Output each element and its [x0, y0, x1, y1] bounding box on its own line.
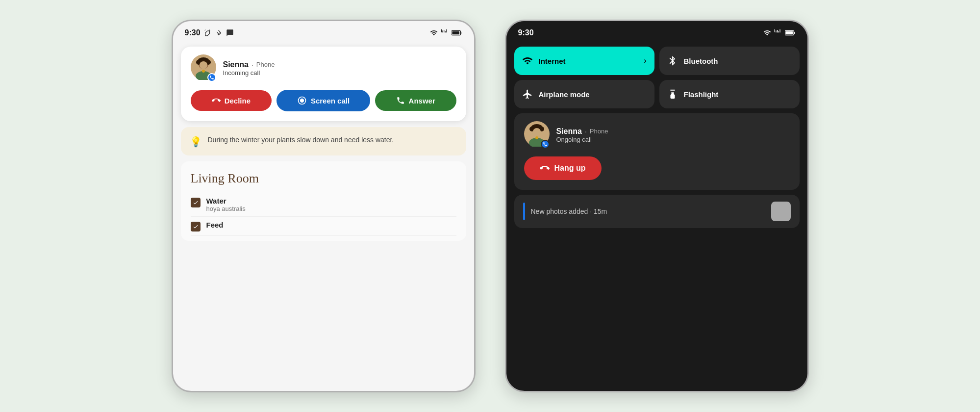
quick-tiles: Internet › Bluetooth Airplane mode Flash… — [514, 47, 800, 108]
task-text-water: Water hoya australis — [206, 197, 246, 212]
screen-call-icon — [297, 96, 307, 105]
tip-text: During the winter your plants slow down … — [208, 135, 394, 145]
status-bar-light: 9:30 — [173, 21, 474, 43]
ongoing-caller-source: Phone — [590, 128, 608, 135]
checkbox-water[interactable] — [191, 198, 201, 207]
screen-call-label: Screen call — [311, 97, 350, 105]
answer-button[interactable]: Answer — [375, 90, 456, 111]
status-icons-dark — [763, 29, 796, 37]
hangup-label: Hang up — [554, 164, 586, 173]
ongoing-call-card: Sienna · Phone Ongoing call Hang up — [514, 113, 800, 190]
chevron-icon-internet: › — [644, 56, 646, 65]
svg-point-8 — [200, 61, 207, 69]
ongoing-caller-info: Sienna · Phone Ongoing call — [524, 121, 790, 149]
avatar-container-dark — [524, 121, 550, 149]
task-item-feed: Feed — [191, 217, 456, 236]
tile-flashlight[interactable]: Flashlight — [659, 80, 800, 108]
svg-rect-15 — [785, 31, 793, 34]
notif-card: New photos added · 15m — [514, 195, 800, 228]
decline-label: Decline — [225, 97, 251, 105]
ongoing-caller-dot: · — [585, 128, 587, 135]
tip-card: 💡 During the winter your plants slow dow… — [181, 127, 466, 155]
phone-light: 9:30 — [172, 20, 476, 392]
notif-thumbnail — [771, 202, 791, 221]
living-room-title: Living Room — [191, 171, 456, 186]
tile-flashlight-label: Flashlight — [684, 90, 719, 99]
call-actions: Decline Screen call Answer — [191, 90, 456, 111]
notif-text: New photos added · 15m — [531, 207, 607, 215]
caller-text-light: Sienna · Phone Incoming call — [223, 60, 275, 77]
battery-icon-light — [452, 29, 462, 36]
svg-rect-2 — [452, 31, 459, 34]
svg-rect-14 — [794, 32, 795, 34]
incoming-call-card: Sienna · Phone Incoming call Decline — [181, 47, 466, 121]
tile-airplane-label: Airplane mode — [539, 90, 590, 99]
wifi-calling-icon — [214, 29, 223, 37]
call-status-light: Incoming call — [223, 69, 275, 77]
tile-internet-label: Internet — [539, 57, 566, 65]
bluetooth-icon — [667, 55, 678, 66]
task-name-water: Water — [206, 197, 246, 205]
time-dark: 9:30 — [518, 28, 534, 37]
notif-text-main: New photos added — [531, 207, 588, 215]
ongoing-call-status: Ongoing call — [556, 136, 608, 143]
avatar-container — [191, 54, 216, 82]
answer-icon — [396, 96, 405, 105]
decline-button[interactable]: Decline — [191, 90, 272, 111]
flashlight-icon — [667, 89, 678, 100]
status-bar-dark: 9:30 — [506, 21, 807, 43]
ongoing-caller-name: Sienna — [556, 127, 582, 136]
dark-phone-content: Internet › Bluetooth Airplane mode Flash… — [506, 43, 807, 232]
task-sub-water: hoya australis — [206, 205, 246, 212]
chat-icon — [226, 29, 234, 37]
battery-icon-dark — [785, 29, 796, 36]
bulb-icon: 💡 — [190, 136, 202, 148]
checkbox-feed[interactable] — [191, 222, 201, 232]
screen-call-button[interactable]: Screen call — [276, 90, 370, 111]
caller-info: Sienna · Phone Incoming call — [191, 54, 456, 82]
caller-source-light: Phone — [256, 61, 275, 68]
decline-icon — [212, 96, 221, 105]
ongoing-caller-text: Sienna · Phone Ongoing call — [556, 127, 608, 143]
signal-icon-dark — [774, 29, 782, 37]
task-name-feed: Feed — [206, 221, 224, 229]
wifi-icon-light — [430, 29, 438, 37]
svg-rect-1 — [460, 32, 461, 34]
hangup-button[interactable]: Hang up — [524, 156, 602, 180]
svg-point-11 — [300, 99, 304, 103]
time-light: 9:30 — [185, 28, 201, 37]
task-list: Water hoya australis Feed — [191, 193, 456, 236]
svg-point-20 — [533, 128, 541, 136]
tile-airplane[interactable]: Airplane mode — [514, 80, 654, 108]
wifi-tile-icon — [522, 55, 533, 66]
caller-name-light: Sienna — [223, 60, 249, 69]
phones-container: 9:30 — [0, 0, 980, 412]
phone-dark: 9:30 Internet › Bluetooth — [505, 20, 809, 392]
living-room-card: Living Room Water hoya australis — [181, 161, 466, 241]
caller-dot-light: · — [251, 61, 253, 69]
light-phone-content: Sienna · Phone Incoming call Decline — [173, 43, 474, 245]
tile-internet[interactable]: Internet › — [514, 47, 654, 75]
call-badge-light — [207, 73, 216, 82]
status-icons-light — [430, 29, 462, 37]
hangup-icon — [540, 163, 550, 173]
svg-point-22 — [535, 136, 538, 139]
airplane-icon — [522, 89, 533, 100]
notif-timestamp: 15m — [594, 207, 607, 215]
answer-label: Answer — [409, 97, 435, 105]
notif-bar — [523, 203, 525, 220]
tile-bluetooth-label: Bluetooth — [684, 57, 718, 65]
nfc-icon — [203, 29, 211, 37]
call-badge-dark — [541, 140, 550, 149]
tile-bluetooth[interactable]: Bluetooth — [659, 47, 800, 75]
task-item-water: Water hoya australis — [191, 193, 456, 217]
wifi-icon-dark — [763, 29, 771, 37]
svg-point-10 — [202, 70, 205, 73]
task-text-feed: Feed — [206, 221, 224, 229]
signal-icon-light — [441, 29, 449, 37]
